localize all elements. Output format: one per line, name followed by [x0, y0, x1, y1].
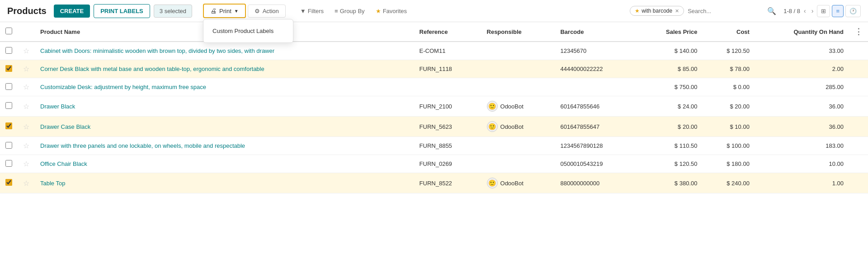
row-qty-on-hand: 10.00: [755, 155, 849, 173]
row-star-icon[interactable]: ☆: [23, 179, 29, 187]
avatar: 🙂: [487, 121, 498, 132]
header-barcode: Barcode: [555, 22, 637, 42]
favorites-button[interactable]: ★ Favorites: [372, 6, 410, 16]
search-button[interactable]: 🔍: [767, 7, 776, 15]
row-checkbox[interactable]: [5, 65, 12, 72]
row-checkbox[interactable]: [5, 102, 12, 109]
avatar: 🙂: [487, 101, 498, 112]
row-cost: $ 20.00: [703, 96, 755, 117]
row-checkbox[interactable]: [5, 122, 12, 129]
row-more-button[interactable]: [849, 42, 868, 60]
row-product-name[interactable]: Table Top: [35, 173, 414, 193]
activity-view-button[interactable]: 🕐: [845, 5, 861, 17]
row-checkbox-cell: [0, 155, 18, 173]
toolbar-right: ▼ Filters ≡ Group By ★ Favorites: [297, 6, 410, 16]
row-star-cell: ☆: [18, 78, 35, 96]
row-star-icon[interactable]: ☆: [23, 83, 29, 91]
row-qty-on-hand: 1.00: [755, 173, 849, 193]
search-tag-close[interactable]: ✕: [675, 8, 679, 14]
row-checkbox[interactable]: [5, 83, 12, 90]
row-more-button[interactable]: [849, 137, 868, 155]
row-star-icon[interactable]: ☆: [23, 103, 29, 110]
row-barcode: 1234567890128: [555, 137, 637, 155]
action-button[interactable]: ⚙ Action: [248, 5, 286, 18]
create-button[interactable]: CREATE: [54, 5, 90, 18]
row-more-button[interactable]: [849, 117, 868, 137]
row-star-cell: ☆: [18, 42, 35, 60]
list-view-button[interactable]: ≡: [832, 5, 844, 17]
custom-product-labels-item[interactable]: Custom Product Labels: [203, 23, 293, 39]
row-sales-price: $ 20.00: [637, 117, 703, 137]
row-more-button[interactable]: [849, 60, 868, 78]
row-checkbox[interactable]: [5, 47, 12, 54]
row-more-button[interactable]: [849, 155, 868, 173]
avatar: 🙂: [487, 178, 498, 188]
row-checkbox[interactable]: [5, 160, 12, 167]
row-reference: FURN_5623: [414, 117, 481, 137]
search-area: ★ with barcode ✕ 🔍: [630, 6, 776, 16]
row-responsible: 🙂OdooBot: [481, 173, 555, 193]
header-responsible: Responsible: [481, 22, 555, 42]
print-button[interactable]: 🖨 Print ▼: [203, 4, 246, 18]
row-sales-price: $ 110.50: [637, 137, 703, 155]
row-more-button[interactable]: [849, 173, 868, 193]
row-qty-on-hand: 285.00: [755, 78, 849, 96]
row-cost: $ 120.50: [703, 42, 755, 60]
row-star-icon[interactable]: ☆: [23, 142, 29, 150]
row-product-name[interactable]: Cabinet with Doors: minimalistic wooden …: [35, 42, 414, 60]
table-row: ☆Cabinet with Doors: minimalistic wooden…: [0, 42, 868, 60]
row-star-cell: ☆: [18, 173, 35, 193]
select-all-checkbox[interactable]: [5, 28, 12, 34]
row-checkbox[interactable]: [5, 142, 12, 149]
row-checkbox-cell: [0, 60, 18, 78]
row-product-name[interactable]: Office Chair Black: [35, 155, 414, 173]
prev-page-button[interactable]: ‹: [802, 5, 808, 16]
row-product-name[interactable]: Drawer with three panels and one lockabl…: [35, 137, 414, 155]
row-product-name[interactable]: Customizable Desk: adjustment by height,…: [35, 78, 414, 96]
search-tag-star: ★: [635, 8, 640, 14]
row-cost: $ 240.00: [703, 173, 755, 193]
next-page-button[interactable]: ›: [810, 5, 816, 16]
row-product-name[interactable]: Drawer Black: [35, 96, 414, 117]
row-star-icon[interactable]: ☆: [23, 47, 29, 55]
row-responsible: [481, 78, 555, 96]
row-star-icon[interactable]: ☆: [23, 65, 29, 73]
row-barcode: 601647855647: [555, 117, 637, 137]
row-cost: $ 10.00: [703, 117, 755, 137]
row-cost: $ 180.00: [703, 155, 755, 173]
row-checkbox-cell: [0, 96, 18, 117]
group-by-button[interactable]: ≡ Group By: [331, 6, 368, 16]
star-icon: ★: [376, 8, 381, 14]
row-responsible: [481, 137, 555, 155]
page-title: Products: [7, 6, 47, 16]
row-checkbox-cell: [0, 42, 18, 60]
search-input[interactable]: [688, 8, 764, 14]
row-cost: $ 78.00: [703, 60, 755, 78]
row-star-icon[interactable]: ☆: [23, 123, 29, 131]
row-sales-price: $ 85.00: [637, 60, 703, 78]
table-row: ☆Drawer with three panels and one lockab…: [0, 137, 868, 155]
header-more[interactable]: ⋮: [849, 22, 868, 42]
row-more-button[interactable]: [849, 96, 868, 117]
print-labels-button[interactable]: PRINT LABELS: [94, 4, 150, 18]
table-header-row: Product Name Reference Responsible Barco…: [0, 22, 868, 42]
table-row: ☆Drawer Case BlackFURN_5623🙂OdooBot60164…: [0, 117, 868, 137]
row-checkbox-cell: [0, 173, 18, 193]
search-tag-with-barcode: ★ with barcode ✕: [630, 6, 684, 16]
row-product-name[interactable]: Corner Desk Black with metal base and wo…: [35, 60, 414, 78]
row-star-icon[interactable]: ☆: [23, 160, 29, 168]
row-barcode: [555, 78, 637, 96]
kanban-view-button[interactable]: ⊞: [817, 5, 830, 17]
row-product-name[interactable]: Drawer Case Black: [35, 117, 414, 137]
row-sales-price: $ 140.00: [637, 42, 703, 60]
row-sales-price: $ 380.00: [637, 173, 703, 193]
products-table: Product Name Reference Responsible Barco…: [0, 22, 868, 193]
row-checkbox[interactable]: [5, 179, 12, 186]
filters-button[interactable]: ▼ Filters: [297, 6, 327, 16]
row-responsible: [481, 155, 555, 173]
row-more-button[interactable]: [849, 78, 868, 96]
header-sales-price: Sales Price: [637, 22, 703, 42]
header-reference: Reference: [414, 22, 481, 42]
row-reference: FURN_8855: [414, 137, 481, 155]
header-cost: Cost: [703, 22, 755, 42]
